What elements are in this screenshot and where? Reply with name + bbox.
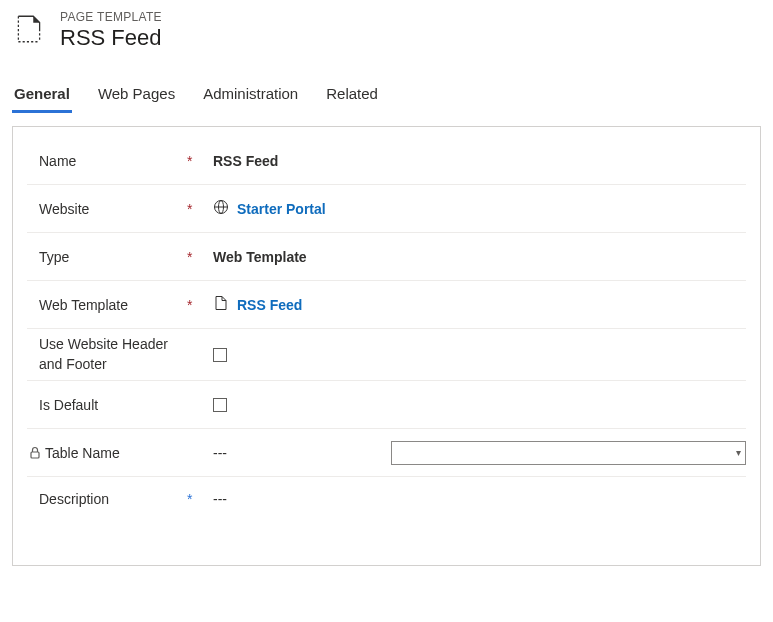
label-type: Type [27, 249, 187, 265]
lock-icon [27, 445, 39, 461]
label-table-name: Table Name [27, 445, 187, 461]
label-description: Description [27, 491, 187, 507]
eyebrow: PAGE TEMPLATE [60, 10, 162, 24]
label-website: Website [27, 201, 187, 217]
tab-web-pages[interactable]: Web Pages [96, 79, 177, 113]
value-web-template[interactable]: RSS Feed [207, 295, 746, 314]
svg-rect-3 [31, 452, 39, 458]
field-type: Type * Web Template [27, 233, 746, 281]
value-table-name: --- ▾ [207, 441, 746, 465]
value-name[interactable]: RSS Feed [207, 153, 746, 169]
website-link[interactable]: Starter Portal [237, 201, 326, 217]
page-header: PAGE TEMPLATE RSS Feed [12, 10, 761, 51]
globe-icon [213, 199, 229, 218]
page-template-icon [12, 12, 46, 49]
value-is-default [207, 398, 746, 412]
value-use-header-footer [207, 348, 746, 362]
value-website[interactable]: Starter Portal [207, 199, 746, 218]
field-web-template: Web Template * RSS Feed [27, 281, 746, 329]
web-template-link[interactable]: RSS Feed [237, 297, 302, 313]
field-table-name: Table Name --- ▾ [27, 429, 746, 477]
field-is-default: Is Default [27, 381, 746, 429]
field-description: Description * --- [27, 477, 746, 525]
tab-strip: General Web Pages Administration Related [12, 79, 761, 114]
label-use-header-footer: Use Website Header and Footer [27, 335, 187, 374]
field-name: Name * RSS Feed [27, 137, 746, 185]
field-website: Website * Starter Portal [27, 185, 746, 233]
recommended-marker: * [187, 491, 207, 507]
table-name-select[interactable]: ▾ [391, 441, 746, 465]
required-marker: * [187, 249, 207, 265]
is-default-checkbox[interactable] [213, 398, 227, 412]
value-type[interactable]: Web Template [207, 249, 746, 265]
required-marker: * [187, 153, 207, 169]
label-is-default: Is Default [27, 397, 187, 413]
label-name: Name [27, 153, 187, 169]
label-web-template: Web Template [27, 297, 187, 313]
document-icon [213, 295, 229, 314]
use-header-footer-checkbox[interactable] [213, 348, 227, 362]
page-title: RSS Feed [60, 25, 162, 51]
table-name-text: --- [213, 445, 383, 461]
field-use-header-footer: Use Website Header and Footer [27, 329, 746, 381]
chevron-down-icon: ▾ [736, 447, 741, 458]
tab-general[interactable]: General [12, 79, 72, 113]
tab-related[interactable]: Related [324, 79, 380, 113]
form-panel: Name * RSS Feed Website * Starter Portal… [12, 126, 761, 566]
value-description[interactable]: --- [207, 491, 746, 507]
required-marker: * [187, 297, 207, 313]
required-marker: * [187, 201, 207, 217]
tab-administration[interactable]: Administration [201, 79, 300, 113]
